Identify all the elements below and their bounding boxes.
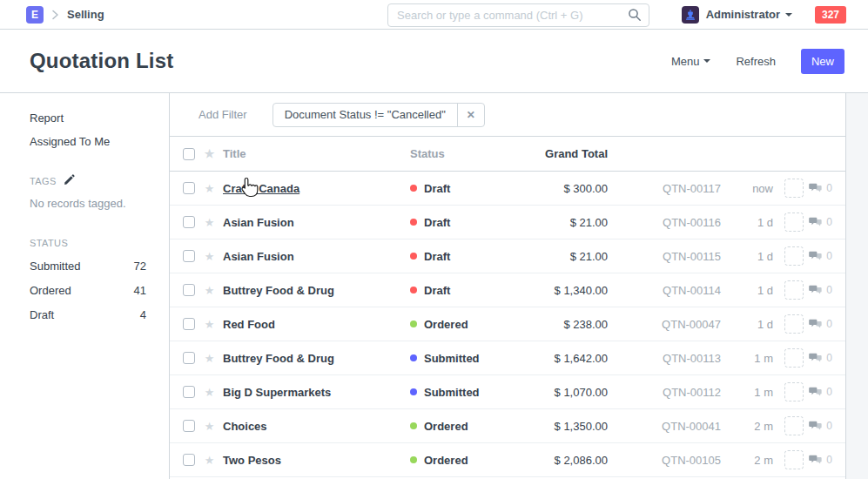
filter-chip-label[interactable]: Document Status != "Cancelled": [273, 104, 457, 126]
row-grand-total: $ 21.00: [532, 216, 608, 229]
row-title-link[interactable]: Buttrey Food & Drug: [223, 352, 334, 365]
table-row[interactable]: ★ Big D Supermarkets Submitted $ 1,070.0…: [170, 375, 845, 409]
row-status: Submitted: [410, 352, 532, 365]
table-row[interactable]: ★ Buttrey Food & Drug Submitted $ 1,642.…: [170, 341, 845, 375]
sidebar-item-report[interactable]: Report: [30, 111, 146, 125]
comment-count: 0: [804, 216, 832, 228]
remove-filter-icon[interactable]: ✕: [457, 104, 484, 126]
assign-button[interactable]: [784, 382, 804, 401]
row-checkbox[interactable]: [183, 284, 195, 296]
assign-button[interactable]: [784, 314, 804, 334]
row-grand-total: $ 1,340.00: [532, 284, 608, 297]
assign-button[interactable]: [784, 280, 804, 300]
breadcrumb[interactable]: Selling: [67, 8, 104, 21]
table-row[interactable]: ★ Asian Fusion Draft $ 21.00 QTN-00116 1…: [170, 206, 845, 239]
sidebar-item-assigned-to-me[interactable]: Assigned To Me: [30, 135, 146, 148]
assign-button[interactable]: [784, 450, 804, 469]
row-title-link[interactable]: Crafts Canada: [223, 182, 299, 195]
row-status: Draft: [410, 182, 532, 195]
comment-icon: [809, 251, 822, 262]
user-menu[interactable]: Administrator: [706, 8, 780, 21]
active-filter-chip[interactable]: Document Status != "Cancelled" ✕: [273, 103, 485, 127]
add-filter-button[interactable]: Add Filter: [198, 108, 247, 121]
search-input[interactable]: [387, 3, 649, 27]
row-status-label: Ordered: [424, 454, 468, 467]
sidebar-status-ordered[interactable]: Ordered 41: [30, 284, 146, 297]
star-icon[interactable]: ★: [203, 352, 216, 365]
select-all-checkbox[interactable]: [183, 148, 195, 160]
status-dot-icon: [410, 320, 417, 327]
assign-button[interactable]: [784, 348, 804, 368]
refresh-button[interactable]: Refresh: [736, 55, 776, 68]
row-checkbox[interactable]: [183, 352, 195, 364]
content-area: Report Assigned To Me TAGS No records ta…: [0, 93, 868, 479]
assign-button[interactable]: [784, 416, 804, 435]
status-dot-icon: [410, 287, 417, 293]
row-title-link[interactable]: Big D Supermarkets: [223, 386, 331, 399]
row-status: Submitted: [410, 386, 532, 399]
star-icon[interactable]: ★: [203, 420, 216, 433]
row-modified-time: 2 m: [721, 454, 773, 467]
row-checkbox[interactable]: [183, 182, 195, 194]
status-label: Submitted: [30, 260, 81, 273]
assign-button[interactable]: [784, 179, 804, 198]
row-checkbox[interactable]: [183, 386, 195, 398]
new-button[interactable]: New: [801, 49, 844, 74]
star-icon[interactable]: ★: [203, 147, 216, 160]
row-modified-time: 1 d: [721, 318, 773, 331]
status-dot-icon: [410, 185, 417, 192]
table-row[interactable]: ★ Red Food Ordered $ 238.00 QTN-00047 1 …: [170, 307, 845, 341]
row-title-link[interactable]: Asian Fusion: [223, 216, 294, 229]
global-search: [387, 3, 649, 27]
star-icon[interactable]: ★: [203, 250, 216, 263]
app-logo[interactable]: E: [26, 6, 44, 24]
row-modified-time: 2 m: [721, 420, 773, 433]
row-status-label: Draft: [424, 284, 450, 297]
assign-button[interactable]: [784, 246, 804, 266]
star-icon[interactable]: ★: [203, 216, 216, 229]
row-modified-time: 1 m: [721, 386, 773, 399]
row-checkbox[interactable]: [183, 318, 195, 330]
table-row[interactable]: ★ Two Pesos Ordered $ 2,086.00 QTN-00105…: [170, 443, 845, 477]
assign-button[interactable]: [784, 213, 804, 232]
table-row[interactable]: ★ Buttrey Food & Drug Draft $ 1,340.00 Q…: [170, 273, 845, 307]
row-status-label: Ordered: [424, 420, 468, 433]
edit-pencil-icon[interactable]: [64, 174, 75, 187]
comment-count: 0: [804, 386, 832, 398]
row-checkbox[interactable]: [183, 420, 195, 432]
row-checkbox[interactable]: [183, 216, 195, 228]
star-icon[interactable]: ★: [203, 182, 216, 195]
menu-button[interactable]: Menu: [671, 55, 711, 68]
table-row[interactable]: ★ Asian Fusion Draft $ 21.00 QTN-00115 1…: [170, 239, 845, 273]
status-dot-icon: [410, 456, 417, 463]
table-row[interactable]: ★ Choices Ordered $ 1,350.00 QTN-00041 2…: [170, 409, 845, 443]
row-title-link[interactable]: Buttrey Food & Drug: [223, 284, 334, 297]
comment-count-value: 0: [826, 454, 832, 466]
row-title-link[interactable]: Choices: [223, 420, 267, 433]
star-icon[interactable]: ★: [203, 454, 216, 467]
row-status: Ordered: [410, 454, 532, 467]
star-icon[interactable]: ★: [203, 284, 216, 297]
tags-heading-label: TAGS: [30, 176, 57, 186]
column-header-status: Status: [410, 147, 532, 160]
comment-count-value: 0: [826, 216, 832, 228]
star-icon[interactable]: ★: [203, 318, 216, 331]
comment-count: 0: [804, 284, 832, 296]
row-id: QTN-00047: [608, 318, 721, 331]
notification-badge[interactable]: 327: [815, 6, 846, 24]
star-icon[interactable]: ★: [203, 386, 216, 399]
row-grand-total: $ 300.00: [532, 182, 608, 195]
row-title-link[interactable]: Asian Fusion: [223, 250, 294, 263]
sidebar-status-submitted[interactable]: Submitted 72: [30, 260, 146, 273]
comment-count: 0: [804, 182, 832, 194]
row-id: QTN-00114: [608, 284, 721, 297]
row-title-link[interactable]: Red Food: [223, 318, 275, 331]
sidebar-status-draft[interactable]: Draft 4: [30, 308, 146, 321]
row-title-link[interactable]: Two Pesos: [223, 454, 281, 467]
user-avatar[interactable]: [682, 6, 699, 24]
row-checkbox[interactable]: [183, 250, 195, 262]
row-checkbox[interactable]: [183, 454, 195, 466]
search-icon[interactable]: [628, 8, 642, 24]
status-dot-icon: [410, 388, 417, 395]
table-row[interactable]: ★ Crafts Canada Draft $ 300.00 QTN-00117…: [170, 172, 845, 206]
